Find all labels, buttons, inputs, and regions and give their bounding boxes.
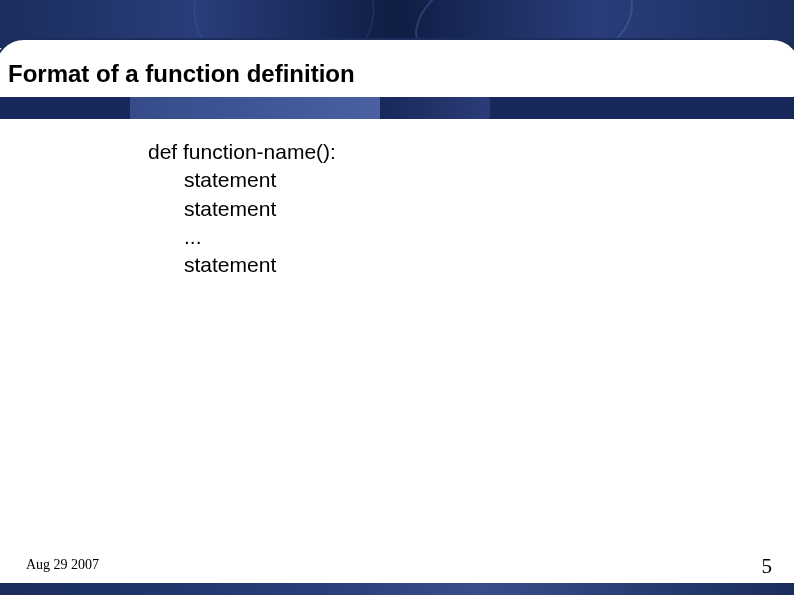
slide-body: def function-name(): statement statement… [148, 138, 336, 280]
footer-page-number: 5 [762, 554, 773, 579]
code-line-stmt-2: statement [148, 195, 336, 223]
slide-frame [0, 38, 794, 595]
code-line-def: def function-name(): [148, 138, 336, 166]
slide-title: Format of a function definition [8, 60, 355, 88]
footer-date: Aug 29 2007 [26, 557, 99, 573]
code-line-stmt-3: statement [148, 251, 336, 279]
bar-segment-4 [490, 97, 794, 119]
bottom-banner [0, 583, 794, 595]
bar-segment-2 [130, 97, 380, 119]
code-line-stmt-1: statement [148, 166, 336, 194]
bar-segment-3 [380, 97, 490, 119]
bar-segment-1 [0, 97, 130, 119]
code-line-ellipsis: ... [148, 223, 336, 251]
title-underline-bar [0, 97, 794, 119]
